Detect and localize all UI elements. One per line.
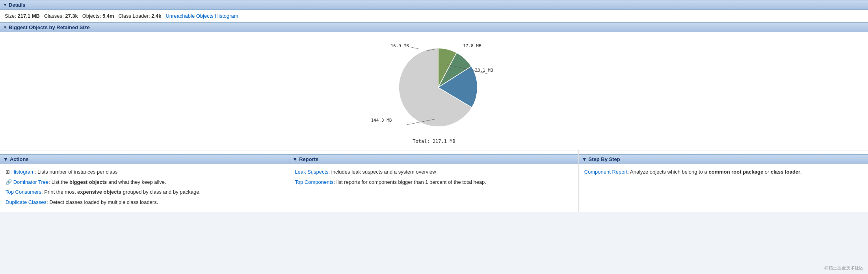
details-content: Size: 217.1 MB Classes: 27.3k Objects: 5… (0, 10, 868, 22)
topcomponents-desc: : list reports for components bigger tha… (334, 179, 486, 185)
objects-value: 5.4m (102, 13, 114, 19)
chart-container: 16.9 MB 17.8 MB 38.1 MB 144.3 MB (0, 32, 868, 139)
details-arrow: ▼ (3, 3, 7, 7)
details-title: Details (9, 2, 26, 8)
reports-header[interactable]: ▼ Reports (289, 154, 578, 164)
actions-duplicateclasses-item: Duplicate Classes: Detect classes loaded… (6, 198, 283, 206)
pie-chart-wrapper: 16.9 MB 17.8 MB 38.1 MB 144.3 MB (367, 40, 501, 135)
actions-histogram-item: ⊞ Histogram: Lists number of instances p… (6, 168, 283, 176)
histogram-icon: ⊞ (6, 169, 10, 175)
size-label: Size: (5, 13, 16, 19)
reports-panel: ▼ Reports Leak Suspects: includes leak s… (289, 150, 578, 212)
actions-arrow: ▼ (3, 156, 8, 162)
reports-arrow: ▼ (292, 156, 297, 162)
stepbystep-title: Step By Step (589, 156, 620, 162)
actions-panel: ▼ Actions ⊞ Histogram: Lists number of i… (0, 150, 289, 212)
label-144-3: 144.3 MB (371, 118, 392, 123)
classes-value: 27.3k (65, 13, 78, 19)
pie-chart-svg (395, 44, 481, 131)
stepbystep-componentreport-item: Component Report: Analyze objects which … (584, 168, 862, 176)
stepbystep-panel: ▼ Step By Step Component Report: Analyze… (579, 150, 868, 212)
unreachable-objects-link[interactable]: Unreachable Objects Histogram (165, 13, 238, 19)
actions-domtree-item: 🔗 Dominator Tree: List the biggest objec… (6, 178, 283, 186)
class-loader-label: Class Loader: (118, 13, 150, 19)
topconsumers-link[interactable]: Top Consumers (6, 189, 41, 195)
objects-label: Objects: (82, 13, 101, 19)
componentreport-link[interactable]: Component Report (584, 169, 628, 175)
biggest-objects-content: 16.9 MB 17.8 MB 38.1 MB 144.3 MB (0, 32, 868, 150)
size-value: 217.1 MB (18, 13, 40, 19)
histogram-desc: : Lists number of instances per class (35, 169, 117, 175)
domtree-link[interactable]: Dominator Tree (13, 179, 49, 185)
bottom-panels: ▼ Actions ⊞ Histogram: Lists number of i… (0, 150, 868, 212)
stepbystep-arrow: ▼ (582, 156, 587, 162)
details-text: Size: 217.1 MB Classes: 27.3k Objects: 5… (5, 13, 238, 19)
actions-title: Actions (10, 156, 29, 162)
stepbystep-header[interactable]: ▼ Step By Step (579, 154, 868, 164)
leaksuspects-desc: : includes leak suspects and a system ov… (329, 169, 436, 175)
leaksuspects-link[interactable]: Leak Suspects (295, 169, 328, 175)
actions-topconsumers-item: Top Consumers: Print the most expensive … (6, 188, 283, 196)
componentreport-desc: : Analyze objects which belong to a comm… (628, 169, 802, 175)
biggest-objects-header[interactable]: ▼ Biggest Objects by Retained Size (0, 22, 868, 32)
biggest-objects-title: Biggest Objects by Retained Size (9, 24, 90, 30)
domtree-icon: 🔗 (6, 179, 12, 185)
reports-topcomponents-item: Top Components: list reports for compone… (295, 178, 572, 186)
details-header[interactable]: ▼ Details (0, 0, 868, 10)
classes-label: Classes: (44, 13, 64, 19)
class-loader-value: 2.4k (151, 13, 161, 19)
chart-area: 16.9 MB 17.8 MB 38.1 MB 144.3 MB (367, 40, 501, 135)
reports-leaksuspects-item: Leak Suspects: includes leak suspects an… (295, 168, 572, 176)
reports-title: Reports (299, 156, 318, 162)
chart-total: Total: 217.1 MB (0, 139, 868, 150)
histogram-link[interactable]: Histogram (11, 169, 35, 175)
actions-header[interactable]: ▼ Actions (0, 154, 289, 164)
duplicateclasses-link[interactable]: Duplicate Classes (6, 199, 46, 205)
domtree-desc: : List the biggest objects and what they… (48, 179, 166, 185)
topconsumers-desc: : Print the most expensive objects group… (41, 189, 201, 195)
biggest-objects-arrow: ▼ (3, 25, 7, 30)
topcomponents-link[interactable]: Top Components (295, 179, 333, 185)
duplicateclasses-desc: : Detect classes loaded by multiple clas… (46, 199, 158, 205)
